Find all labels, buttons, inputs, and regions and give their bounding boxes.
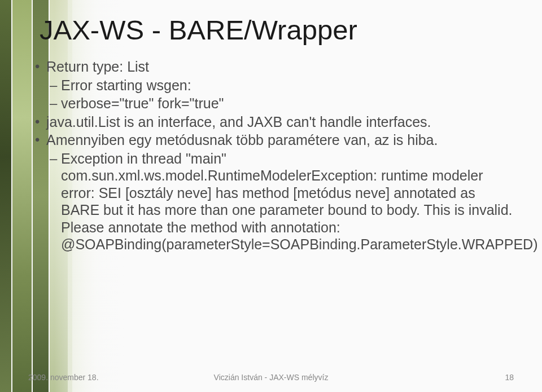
footer-page-number: 18 <box>505 373 514 382</box>
bullet-text: java.util.List is an interface, and JAXB… <box>46 114 431 130</box>
bullet-text: Exception in thread "main" com.sun.xml.w… <box>61 151 483 201</box>
bullet-text: BARE but it has more than one parameter … <box>61 202 513 218</box>
bullet-text: Amennyiben egy metódusnak több paraméter… <box>46 132 438 148</box>
bullet-item: Return type: List <box>34 58 514 76</box>
bullet-subitem: verbose="true" fork="true" <box>34 95 514 112</box>
slide-content: JAX-WS - BARE/Wrapper Return type: List … <box>0 0 542 253</box>
bullet-text: Return type: List <box>46 59 149 74</box>
bullet-item: Amennyiben egy metódusnak több paraméter… <box>34 131 514 149</box>
slide-footer: 2009. november 18. Viczián István - JAX-… <box>0 373 542 382</box>
bullet-item: java.util.List is an interface, and JAXB… <box>34 113 514 131</box>
bullet-text: Error starting wsgen: <box>61 77 191 93</box>
bullet-text: verbose="true" fork="true" <box>61 95 224 111</box>
footer-date: 2009. november 18. <box>28 373 99 382</box>
bullet-subitem: Error starting wsgen: <box>34 77 514 94</box>
bullet-subitem: Exception in thread "main" com.sun.xml.w… <box>34 150 514 253</box>
slide-body: Return type: List Error starting wsgen: … <box>34 58 514 253</box>
bullet-text: Please annotate the method with annotati… <box>61 219 537 253</box>
footer-author: Viczián István - JAX-WS mélyvíz <box>214 373 329 382</box>
slide-title: JAX-WS - BARE/Wrapper <box>40 14 514 46</box>
